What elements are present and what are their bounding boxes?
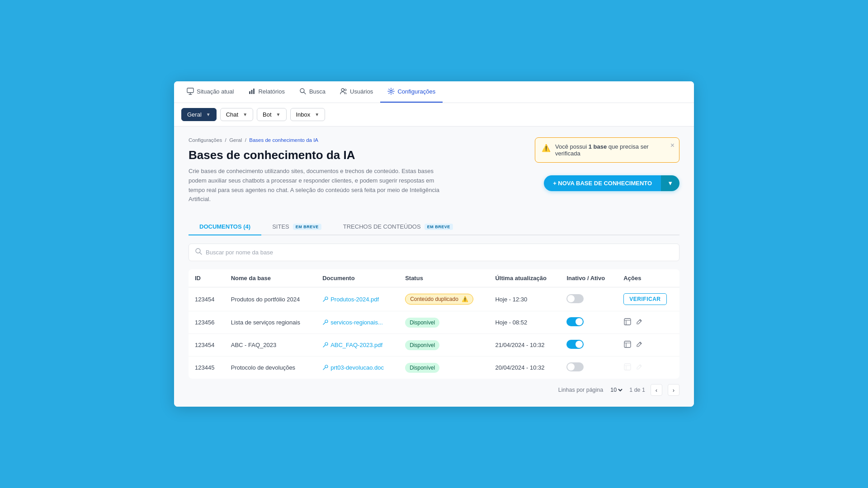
prev-page-button[interactable]: ‹ xyxy=(651,384,662,396)
table-icon[interactable] xyxy=(623,318,632,328)
toolbar: Geral ▼ Chat ▼ Bot ▼ Inbox ▼ xyxy=(174,103,694,127)
cell-doc: ABC_FAQ-2023.pdf xyxy=(316,334,399,357)
page-description: Crie bases de conhecimento utilizando si… xyxy=(189,167,451,204)
col-header-updated: Última atualização xyxy=(489,269,560,287)
bot-dropdown[interactable]: Bot ▼ xyxy=(257,108,286,121)
toggle-switch[interactable] xyxy=(566,294,584,303)
col-header-id: ID xyxy=(189,269,225,287)
geral-label: Geral xyxy=(187,111,202,118)
nav-label-configuracoes: Configurações xyxy=(397,88,435,95)
per-page-select[interactable]: 10 25 50 xyxy=(609,386,624,394)
current-page-label: 1 de 1 xyxy=(629,387,645,393)
alert-banner: ⚠️ Você possui 1 base que precisa ser ve… xyxy=(535,137,679,163)
svg-point-8 xyxy=(196,249,200,253)
alert-text: Você possui 1 base que precisa ser verif… xyxy=(555,143,673,157)
geral-dropdown[interactable]: Geral ▼ xyxy=(181,108,217,121)
table-row: 123454Produtos do portfólio 2024 Produto… xyxy=(189,287,679,311)
breadcrumb-configuracoes[interactable]: Configurações xyxy=(189,137,222,143)
header-row: Configurações / Geral / Bases de conheci… xyxy=(189,137,679,215)
cell-status: Disponível xyxy=(399,357,489,379)
next-page-button[interactable]: › xyxy=(668,384,679,396)
table-row: 123456Lista de serviços regionais servic… xyxy=(189,311,679,334)
cell-toggle xyxy=(560,287,617,311)
search-bar-icon xyxy=(195,248,202,257)
doc-link[interactable]: prt03-devolucao.doc xyxy=(322,364,392,371)
cell-name: Lista de serviços regionais xyxy=(225,311,316,334)
new-base-button-group: + NOVA BASE DE CONHECIMENTO ▼ xyxy=(544,175,679,191)
edit-icon[interactable] xyxy=(636,341,643,349)
cell-updated: 21/04/2024 - 10:32 xyxy=(489,334,560,357)
col-header-actions: Ações xyxy=(617,269,679,287)
svg-rect-13 xyxy=(624,341,631,347)
svg-rect-2 xyxy=(251,90,253,94)
table-icon[interactable] xyxy=(623,340,632,350)
close-alert-button[interactable]: × xyxy=(670,141,675,150)
breadcrumb-geral[interactable]: Geral xyxy=(229,137,242,143)
svg-rect-3 xyxy=(253,89,255,94)
geral-chevron-down-icon: ▼ xyxy=(206,112,211,117)
cell-id: 123454 xyxy=(189,287,225,311)
edit-icon[interactable] xyxy=(636,318,643,327)
table-icon xyxy=(623,363,632,373)
nav-item-relatorios[interactable]: Relatórios xyxy=(241,81,292,103)
toggle-switch[interactable] xyxy=(566,340,584,349)
tab-trechos-label: TRECHOS DE CONTEÚDOS xyxy=(343,223,421,230)
nav-item-usuarios[interactable]: Usuários xyxy=(333,81,380,103)
main-content: Configurações / Geral / Bases de conheci… xyxy=(174,127,694,407)
chat-chevron-down-icon: ▼ xyxy=(243,112,247,117)
status-badge: Disponível xyxy=(405,340,439,350)
cell-updated: 20/04/2024 - 10:32 xyxy=(489,357,560,379)
cell-actions: VERIFICAR xyxy=(617,287,679,311)
cell-name: Protocolo de devoluções xyxy=(225,357,316,379)
verify-button[interactable]: VERIFICAR xyxy=(623,293,666,305)
sites-em-breve-badge: EM BREVE xyxy=(293,224,321,230)
search-input[interactable] xyxy=(206,249,673,256)
doc-link[interactable]: Produtos-2024.pdf xyxy=(322,296,392,303)
doc-link[interactable]: servicos-regionais... xyxy=(322,319,392,326)
svg-point-12 xyxy=(325,343,328,345)
lines-per-page-label: Linhas por página xyxy=(558,387,603,393)
action-icons xyxy=(623,318,673,328)
nav-item-situacao-atual[interactable]: Situação atual xyxy=(179,81,241,103)
cell-id: 123454 xyxy=(189,334,225,357)
tab-documentos[interactable]: DOCUMENTOS (4) xyxy=(189,219,261,235)
users-icon xyxy=(340,88,347,95)
page-title: Bases de conhecimento da IA xyxy=(189,148,535,162)
toggle-switch[interactable] xyxy=(566,317,584,326)
breadcrumb-current: Bases de conhecimento da IA xyxy=(249,137,318,143)
cell-actions xyxy=(617,311,679,334)
svg-point-10 xyxy=(325,320,328,323)
toggle-switch[interactable] xyxy=(566,362,584,371)
svg-rect-1 xyxy=(249,91,250,94)
header-left: Configurações / Geral / Bases de conheci… xyxy=(189,137,535,215)
edit-icon xyxy=(636,363,643,372)
nav-item-busca[interactable]: Busca xyxy=(292,81,333,103)
trechos-em-breve-badge: EM BREVE xyxy=(425,224,453,230)
per-page-dropdown[interactable]: 10 25 50 xyxy=(609,386,624,394)
warning-icon: ⚠️ xyxy=(542,144,551,152)
tab-trechos[interactable]: TRECHOS DE CONTEÚDOS EM BREVE xyxy=(332,219,464,235)
new-base-main-button[interactable]: + NOVA BASE DE CONHECIMENTO xyxy=(544,175,661,191)
svg-point-9 xyxy=(325,297,328,300)
new-base-dropdown-button[interactable]: ▼ xyxy=(661,175,679,191)
breadcrumb: Configurações / Geral / Bases de conheci… xyxy=(189,137,535,143)
inbox-dropdown[interactable]: Inbox ▼ xyxy=(290,108,326,121)
col-header-status: Status xyxy=(399,269,489,287)
app-window: Situação atual Relatórios Busca xyxy=(174,81,694,407)
bot-label: Bot xyxy=(263,111,272,118)
chat-dropdown[interactable]: Chat ▼ xyxy=(220,108,253,121)
nav-label-situacao-atual: Situação atual xyxy=(197,88,234,95)
cell-status: Disponível xyxy=(399,334,489,357)
tab-sites[interactable]: SITES EM BREVE xyxy=(261,219,332,235)
svg-point-14 xyxy=(325,365,328,368)
cell-toggle xyxy=(560,334,617,357)
header-right: ⚠️ Você possui 1 base que precisa ser ve… xyxy=(535,137,679,191)
cell-actions xyxy=(617,357,679,379)
tab-sites-label: SITES xyxy=(272,223,289,230)
bar-chart-icon xyxy=(248,88,255,95)
doc-link[interactable]: ABC_FAQ-2023.pdf xyxy=(322,342,392,348)
cell-doc: Produtos-2024.pdf xyxy=(316,287,399,311)
nav-item-configuracoes[interactable]: Configurações xyxy=(380,81,443,103)
svg-rect-0 xyxy=(187,88,193,93)
cell-name: ABC - FAQ_2023 xyxy=(225,334,316,357)
